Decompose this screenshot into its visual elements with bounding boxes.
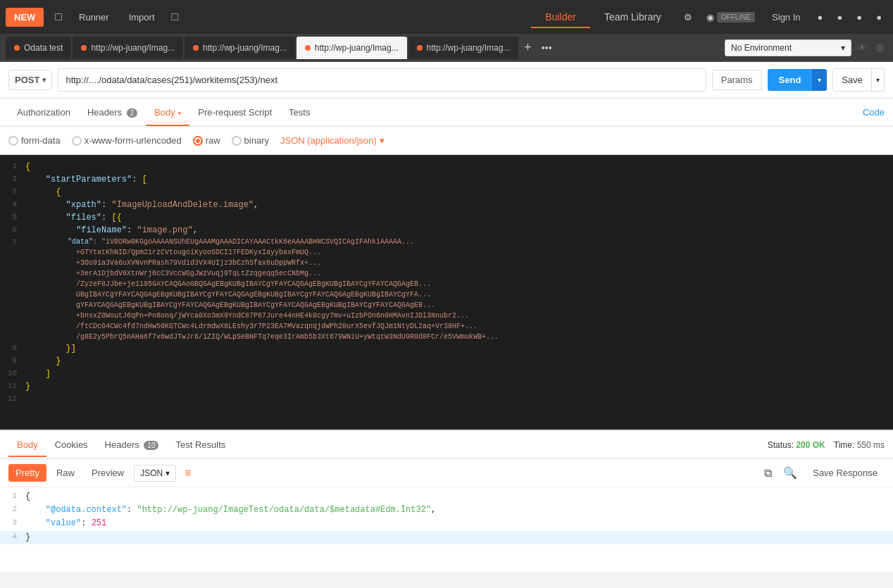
team-library-tab[interactable]: Team Library [590, 6, 675, 28]
plus-icon: □ [172, 11, 179, 23]
import-button[interactable]: Import [120, 8, 163, 27]
params-button[interactable]: Params [712, 70, 762, 90]
tab-authorization[interactable]: Authorization [8, 100, 79, 126]
bell-icon-button[interactable]: ● [831, 8, 848, 27]
tab-odata-test[interactable]: Odata test [6, 37, 71, 59]
binary-radio[interactable] [232, 136, 242, 146]
tab-pre-request[interactable]: Pre-request Script [189, 100, 280, 126]
tab-dot [417, 45, 423, 51]
raw-option[interactable]: raw [193, 135, 220, 146]
binary-option[interactable]: binary [232, 135, 269, 146]
line-number: 6 [0, 224, 25, 237]
status-time: 550 ms [857, 440, 885, 450]
more-tabs-button[interactable]: ••• [537, 42, 556, 54]
pretty-button[interactable]: Pretty [8, 464, 46, 482]
raw-button[interactable]: Raw [49, 464, 82, 482]
method-select[interactable]: POST ▾ [8, 70, 52, 90]
nav-center: Builder Team Library [531, 6, 675, 28]
user-icon-button[interactable]: ● [851, 8, 868, 27]
status-label: Status: 200 OK [768, 440, 825, 450]
form-data-option[interactable]: form-data [8, 135, 61, 146]
heart-icon-button[interactable]: ● [870, 8, 887, 27]
json-type-selector[interactable]: JSON (application/json) ▾ [280, 135, 385, 146]
runner-button[interactable]: Runner [70, 8, 118, 27]
code-line-10: 10 ] [0, 368, 893, 380]
resp-line-content: } [25, 531, 893, 544]
method-chevron-icon: ▾ [42, 76, 46, 84]
tab-tests[interactable]: Tests [280, 100, 318, 126]
line-content: ] [25, 368, 893, 380]
save-response-button[interactable]: Save Response [806, 463, 885, 482]
tabs-bar: Odata test http://wp-juang/Imag... http:… [0, 34, 893, 62]
code-line-3: 3 { [0, 186, 893, 199]
code-line-7: 7 "data": "iVBORw0KGgoAAAANSUhEUgAAAMgAA… [0, 237, 893, 342]
new-button[interactable]: NEW [6, 8, 44, 27]
binary-label: binary [244, 135, 269, 146]
tab-wp2[interactable]: http://wp-juang/Imag... [185, 37, 295, 59]
sync-icon-button[interactable]: ◉ OFFLINE [701, 8, 761, 27]
resp-tab-test-results[interactable]: Test Results [167, 434, 234, 457]
signin-button[interactable]: Sign In [763, 8, 808, 27]
line-number: 11 [0, 380, 25, 393]
code-line-8: 8 }] [0, 342, 893, 355]
url-input[interactable] [58, 68, 706, 92]
tab-label: http://wp-juang/Imag... [315, 43, 399, 53]
env-eye-button[interactable]: 👁 [854, 39, 870, 56]
code-line-12: 12 [0, 393, 893, 405]
copy-icon-button[interactable]: ⧉ [761, 463, 775, 482]
add-tab-button[interactable]: + [520, 40, 536, 55]
resp-icons: ⧉ 🔍 Save Response [761, 463, 885, 482]
line-content: "fileName": "image.png", [25, 224, 893, 237]
urlencoded-radio[interactable] [72, 136, 82, 146]
line-content: { [25, 186, 893, 199]
builder-tab[interactable]: Builder [531, 6, 590, 28]
search-icon-button[interactable]: 🔍 [780, 463, 800, 482]
line-number: 10 [0, 368, 25, 380]
raw-label: raw [206, 135, 220, 146]
preview-button[interactable]: Preview [85, 464, 131, 482]
tab-wp4[interactable]: http://wp-juang/Imag... [408, 37, 519, 59]
resp-tab-body[interactable]: Body [8, 434, 46, 457]
env-chevron-icon: ▾ [841, 43, 845, 53]
send-dropdown-button[interactable]: ▾ [812, 69, 827, 91]
response-tabs-bar: Body Cookies Headers 10 Test Results Sta… [0, 431, 893, 459]
save-button[interactable]: Save [832, 68, 872, 92]
resp-json-type-selector[interactable]: JSON ▾ [134, 465, 176, 482]
code-line-9: 9 } [0, 355, 893, 368]
resp-status: Status: 200 OK Time: 550 ms [768, 440, 885, 450]
line-content: } [25, 380, 893, 393]
resp-code-editor[interactable]: 1 { 2 "@odata.context": "http://wp-juang… [0, 487, 893, 572]
save-btn-group: Save ▾ [832, 68, 885, 92]
add-tab-icon-button[interactable]: □ [166, 6, 185, 27]
tab-headers[interactable]: Headers 2 [79, 100, 146, 126]
save-dropdown-button[interactable]: ▾ [872, 68, 885, 92]
code-editor[interactable]: 1 { 2 "startParameters": [ 3 { 4 "xpath"… [0, 155, 893, 430]
globe-icon-button[interactable]: ● [812, 8, 829, 27]
resp-tab-headers[interactable]: Headers 10 [96, 434, 168, 457]
env-dropdown[interactable]: No Environment ▾ [725, 39, 851, 56]
gear-icon-button[interactable]: ⚙ [678, 8, 698, 27]
line-number: 1 [0, 161, 25, 173]
line-number: 5 [0, 211, 25, 224]
code-line-6: 6 "fileName": "image.png", [0, 224, 893, 237]
form-data-radio[interactable] [8, 136, 18, 146]
code-line-4: 4 "xpath": "ImageUploadAndDelete.image", [0, 199, 893, 211]
tab-label: http://wp-juang/Imag... [91, 43, 175, 53]
tab-body[interactable]: Body ● [146, 100, 189, 126]
urlencoded-option[interactable]: x-www-form-urlencoded [72, 135, 182, 146]
line-content: "files": [{ [25, 211, 893, 224]
layout-icon-button[interactable]: □ [49, 6, 68, 27]
method-label: POST [15, 75, 39, 85]
env-settings-button[interactable]: ⚙ [873, 39, 887, 56]
code-link[interactable]: Code [863, 107, 885, 118]
filter-icon-button[interactable]: ≡ [179, 464, 196, 482]
line-content: }] [25, 342, 893, 355]
send-button[interactable]: Send [768, 69, 813, 91]
line-content: "xpath": "ImageUploadAndDelete.image", [25, 199, 893, 211]
resp-line-number: 4 [0, 531, 25, 544]
line-number: 2 [0, 173, 25, 186]
tab-wp1[interactable]: http://wp-juang/Imag... [73, 37, 183, 59]
tab-wp3-active[interactable]: http://wp-juang/Imag... [296, 37, 407, 59]
resp-tab-cookies[interactable]: Cookies [46, 434, 96, 457]
raw-radio[interactable] [193, 136, 203, 146]
